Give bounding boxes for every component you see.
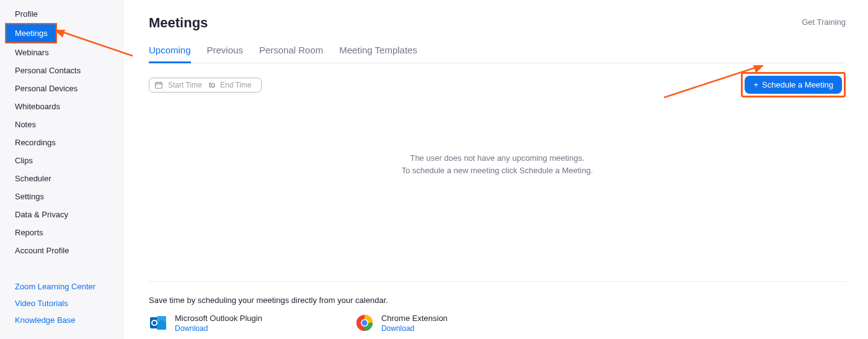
empty-state: The user does not have any upcoming meet…: [149, 152, 846, 176]
tabs: Upcoming Previous Personal Room Meeting …: [149, 45, 846, 63]
sidebar-item-reports[interactable]: Reports: [0, 224, 124, 242]
get-training-link[interactable]: Get Training: [802, 17, 846, 27]
date-to-label: to: [209, 81, 215, 89]
svg-rect-0: [156, 82, 162, 88]
empty-line-1: The user does not have any upcoming meet…: [149, 152, 846, 165]
sidebar-item-personal-contacts[interactable]: Personal Contacts: [0, 61, 124, 79]
schedule-button-highlight: + Schedule a Meeting: [741, 72, 846, 97]
sidebar: Profile Meetings Webinars Personal Conta…: [0, 0, 124, 339]
footer: Save time by scheduling your meetings di…: [149, 281, 846, 333]
plugin-chrome-download[interactable]: Download: [381, 324, 448, 333]
plugin-chrome: Chrome Extension Download: [355, 314, 448, 333]
main-content: Meetings Get Training Upcoming Previous …: [124, 0, 868, 339]
tab-upcoming[interactable]: Upcoming: [149, 45, 191, 63]
sidebar-item-notes[interactable]: Notes: [0, 115, 124, 133]
plugin-chrome-name: Chrome Extension: [381, 314, 448, 323]
tab-previous[interactable]: Previous: [207, 45, 243, 63]
plugin-outlook: Microsoft Outlook Plugin Download: [149, 314, 262, 333]
plus-icon: +: [753, 81, 758, 89]
sidebar-item-meetings[interactable]: Meetings: [5, 23, 57, 43]
sidebar-link-knowledge-base[interactable]: Knowledge Base: [0, 312, 124, 328]
sidebar-item-whiteboards[interactable]: Whiteboards: [0, 97, 124, 115]
footer-heading: Save time by scheduling your meetings di…: [149, 296, 846, 305]
plugin-outlook-download[interactable]: Download: [175, 324, 262, 333]
sidebar-item-recordings[interactable]: Recordings: [0, 133, 124, 151]
end-time-input[interactable]: [220, 81, 256, 89]
empty-line-2: To schedule a new meeting click Schedule…: [149, 165, 846, 177]
sidebar-item-data-privacy[interactable]: Data & Privacy: [0, 206, 124, 224]
svg-point-9: [361, 320, 367, 326]
sidebar-item-settings[interactable]: Settings: [0, 188, 124, 206]
sidebar-item-personal-devices[interactable]: Personal Devices: [0, 79, 124, 97]
schedule-meeting-button[interactable]: + Schedule a Meeting: [745, 76, 842, 94]
sidebar-item-account-profile[interactable]: Account Profile: [0, 242, 124, 260]
sidebar-item-clips[interactable]: Clips: [0, 151, 124, 170]
plugin-outlook-name: Microsoft Outlook Plugin: [175, 314, 262, 323]
chrome-icon: [355, 314, 374, 332]
sidebar-link-video-tutorials[interactable]: Video Tutorials: [0, 295, 124, 312]
tab-meeting-templates[interactable]: Meeting Templates: [339, 45, 417, 63]
date-range-picker[interactable]: to: [149, 78, 262, 93]
sidebar-item-scheduler[interactable]: Scheduler: [0, 170, 124, 188]
outlook-icon: [149, 314, 167, 332]
calendar-icon: [154, 81, 163, 89]
sidebar-link-learning-center[interactable]: Zoom Learning Center: [0, 278, 124, 295]
tab-personal-room[interactable]: Personal Room: [259, 45, 323, 63]
schedule-button-label: Schedule a Meeting: [762, 80, 833, 89]
page-title: Meetings: [149, 15, 208, 31]
sidebar-item-webinars[interactable]: Webinars: [0, 43, 124, 61]
start-time-input[interactable]: [168, 81, 204, 89]
sidebar-item-profile[interactable]: Profile: [0, 5, 124, 23]
